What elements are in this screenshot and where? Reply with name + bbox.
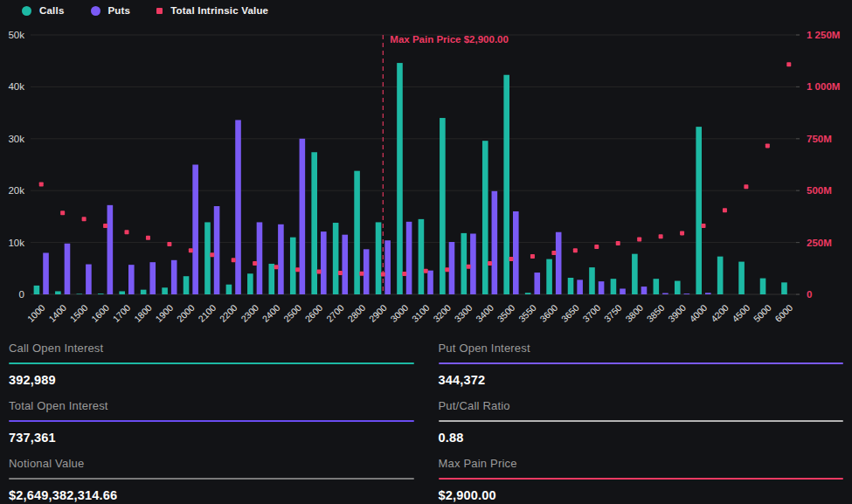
puts-bar-2600[interactable] <box>321 231 327 294</box>
puts-bar-3850[interactable] <box>662 293 668 294</box>
calls-bar-3300[interactable] <box>461 233 468 294</box>
puts-bar-4000[interactable] <box>705 293 711 294</box>
calls-bar-4000[interactable] <box>696 127 702 294</box>
puts-bar-1900[interactable] <box>171 260 177 294</box>
intrinsic-value-dot-3300[interactable] <box>467 265 471 269</box>
calls-bar-1900[interactable] <box>162 287 168 294</box>
puts-bar-3400[interactable] <box>492 191 498 294</box>
intrinsic-value-dot-3900[interactable] <box>680 231 684 235</box>
calls-bar-1400[interactable] <box>55 291 61 294</box>
calls-bar-1500[interactable] <box>77 293 83 294</box>
puts-bar-3600[interactable] <box>556 232 562 294</box>
intrinsic-value-dot-2200[interactable] <box>232 258 236 262</box>
intrinsic-value-dot-1400[interactable] <box>60 211 65 215</box>
intrinsic-value-dot-1900[interactable] <box>167 242 171 246</box>
puts-bar-3700[interactable] <box>599 281 605 294</box>
calls-bar-1600[interactable] <box>98 293 104 294</box>
puts-bar-2800[interactable] <box>364 249 370 294</box>
puts-bar-2500[interactable] <box>300 139 306 294</box>
intrinsic-value-dot-1800[interactable] <box>146 236 150 240</box>
intrinsic-value-dot-2500[interactable] <box>295 267 300 272</box>
calls-bar-2200[interactable] <box>226 285 232 294</box>
intrinsic-value-dot-2900[interactable] <box>381 272 385 276</box>
puts-bar-3650[interactable] <box>577 280 583 294</box>
intrinsic-value-dot-2600[interactable] <box>317 270 322 274</box>
intrinsic-value-dot-3100[interactable] <box>424 269 428 273</box>
intrinsic-value-dot-3850[interactable] <box>659 234 663 238</box>
intrinsic-value-dot-2400[interactable] <box>274 265 279 269</box>
calls-bar-2400[interactable] <box>269 264 275 294</box>
puts-bar-2200[interactable] <box>235 120 241 294</box>
intrinsic-value-dot-6000[interactable] <box>786 62 791 66</box>
calls-bar-3750[interactable] <box>611 279 617 294</box>
intrinsic-value-dot-4000[interactable] <box>702 224 706 228</box>
calls-bar-6000[interactable] <box>781 282 787 294</box>
calls-bar-3100[interactable] <box>419 219 425 294</box>
puts-bar-1600[interactable] <box>107 205 114 294</box>
calls-bar-3550[interactable] <box>525 293 531 294</box>
calls-bar-2300[interactable] <box>247 273 253 294</box>
intrinsic-value-dot-3800[interactable] <box>637 238 641 242</box>
intrinsic-value-dot-3750[interactable] <box>616 241 620 245</box>
legend-item-total-intrinsic-value[interactable]: Total Intrinsic Value <box>156 5 268 16</box>
calls-bar-4500[interactable] <box>738 262 745 294</box>
puts-bar-3100[interactable] <box>427 271 433 294</box>
puts-bar-1400[interactable] <box>65 244 71 294</box>
calls-bar-2500[interactable] <box>290 238 296 294</box>
puts-bar-3550[interactable] <box>534 273 540 294</box>
calls-bar-3400[interactable] <box>482 141 488 294</box>
calls-bar-5000[interactable] <box>760 279 766 294</box>
intrinsic-value-dot-3000[interactable] <box>402 272 406 276</box>
calls-bar-4200[interactable] <box>717 257 724 294</box>
puts-bar-3200[interactable] <box>449 242 455 294</box>
puts-bar-2000[interactable] <box>192 165 198 295</box>
calls-bar-2700[interactable] <box>333 223 339 294</box>
calls-bar-2600[interactable] <box>311 152 317 294</box>
intrinsic-value-dot-3700[interactable] <box>594 245 599 249</box>
intrinsic-value-dot-3550[interactable] <box>530 254 535 259</box>
intrinsic-value-dot-2300[interactable] <box>253 261 257 266</box>
puts-bar-1700[interactable] <box>128 265 135 294</box>
puts-bar-1800[interactable] <box>149 262 156 294</box>
puts-bar-3900[interactable] <box>684 293 690 294</box>
calls-bar-3700[interactable] <box>589 267 595 294</box>
intrinsic-value-dot-3200[interactable] <box>445 267 449 272</box>
calls-bar-3200[interactable] <box>440 118 446 294</box>
legend-item-calls[interactable]: Calls <box>22 5 65 16</box>
intrinsic-value-dot-2700[interactable] <box>338 271 343 275</box>
puts-bar-3300[interactable] <box>470 234 476 294</box>
puts-bar-3000[interactable] <box>406 222 412 294</box>
intrinsic-value-dot-5000[interactable] <box>765 143 770 148</box>
puts-bar-2300[interactable] <box>257 222 263 294</box>
calls-bar-3600[interactable] <box>546 259 552 294</box>
calls-bar-3800[interactable] <box>632 254 638 294</box>
intrinsic-value-dot-3600[interactable] <box>551 251 556 255</box>
calls-bar-2900[interactable] <box>376 222 382 294</box>
intrinsic-value-dot-4200[interactable] <box>723 208 727 212</box>
calls-bar-2100[interactable] <box>204 222 211 294</box>
calls-bar-3500[interactable] <box>503 75 509 294</box>
calls-bar-3650[interactable] <box>568 278 574 294</box>
puts-bar-3800[interactable] <box>641 287 648 294</box>
puts-bar-3750[interactable] <box>620 288 626 294</box>
calls-bar-1800[interactable] <box>141 290 147 294</box>
intrinsic-value-dot-3400[interactable] <box>488 261 492 266</box>
calls-bar-2000[interactable] <box>184 276 190 294</box>
intrinsic-value-dot-3500[interactable] <box>509 257 514 261</box>
puts-bar-2700[interactable] <box>342 235 348 294</box>
intrinsic-value-dot-2000[interactable] <box>189 248 193 252</box>
puts-bar-3500[interactable] <box>513 211 519 294</box>
puts-bar-2100[interactable] <box>214 206 220 294</box>
intrinsic-value-dot-2800[interactable] <box>359 272 364 276</box>
puts-bar-2900[interactable] <box>384 240 391 294</box>
intrinsic-value-dot-1700[interactable] <box>125 230 129 234</box>
intrinsic-value-dot-1600[interactable] <box>103 224 107 228</box>
intrinsic-value-dot-1500[interactable] <box>82 217 87 221</box>
intrinsic-value-dot-2100[interactable] <box>210 252 214 257</box>
calls-bar-3900[interactable] <box>675 281 681 294</box>
calls-bar-3850[interactable] <box>654 279 660 294</box>
intrinsic-value-dot-4500[interactable] <box>744 184 748 189</box>
puts-bar-1500[interactable] <box>86 265 92 294</box>
calls-bar-3000[interactable] <box>397 63 403 294</box>
calls-bar-2800[interactable] <box>354 171 360 294</box>
